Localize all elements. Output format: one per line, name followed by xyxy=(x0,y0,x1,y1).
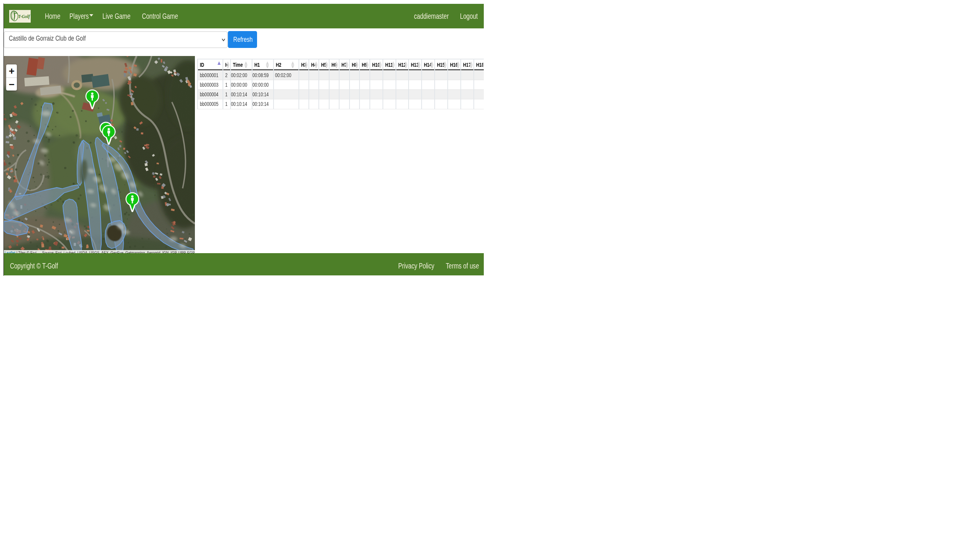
svg-text:T-Golf: T-Golf xyxy=(18,14,30,19)
